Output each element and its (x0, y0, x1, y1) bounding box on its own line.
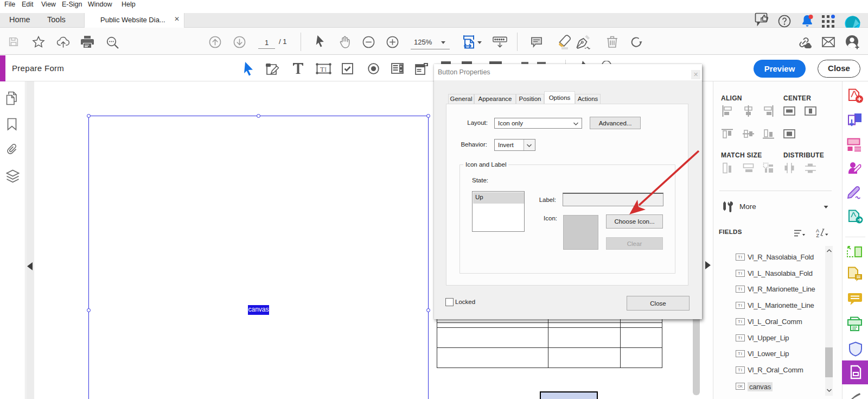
svg-text:I: I (324, 65, 327, 73)
svg-text:T: T (320, 65, 324, 73)
svg-text:Z: Z (816, 233, 820, 238)
